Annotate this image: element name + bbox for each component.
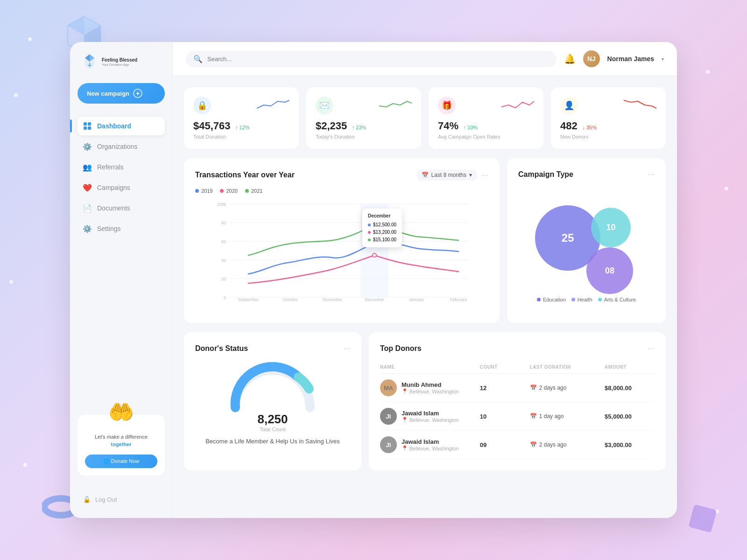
date-filter[interactable]: 📅 Last 8 months ▾ bbox=[417, 169, 477, 181]
venn-container: 25 10 08 Education bbox=[518, 187, 655, 312]
svg-text:80: 80 bbox=[221, 221, 226, 225]
app-tagline: Your Donation App bbox=[102, 63, 137, 66]
header: 🔍 🔔 NJ Norman James ▾ bbox=[173, 42, 677, 76]
svg-marker-2 bbox=[68, 16, 84, 35]
donor-avatar-2: JI bbox=[380, 408, 397, 425]
venn-legend-dot-arts bbox=[598, 298, 602, 301]
header-right: 🔔 NJ Norman James ▾ bbox=[564, 50, 664, 67]
logout-item[interactable]: 🔓 Log Out bbox=[78, 492, 165, 507]
main-content: 🔍 🔔 NJ Norman James ▾ 🔒 bbox=[173, 42, 677, 518]
total-donation-label: Total Donation bbox=[193, 134, 289, 140]
donor-info-3: JI Jawaid Islam 📍Bellevue, Washington bbox=[380, 436, 480, 453]
svg-rect-12 bbox=[88, 122, 91, 126]
sidebar-label-referrals: Referrals bbox=[97, 163, 124, 171]
new-donors-value: 482 bbox=[560, 120, 578, 132]
promo-card-wrapper: 🤲 Let's make a difference together 🌐 Don… bbox=[78, 415, 165, 485]
donors-table: NAME COUNT LAST DONATION AMOUNT MA Munib… bbox=[380, 361, 655, 459]
today-donation-icon: ✉️ bbox=[316, 97, 333, 114]
svg-text:40: 40 bbox=[221, 258, 226, 263]
chevron-icon: ▾ bbox=[469, 172, 472, 178]
sidebar-item-settings[interactable]: ⚙️ Settings bbox=[78, 219, 165, 238]
donor-location-1: 📍Bellevue, Washington bbox=[402, 388, 459, 394]
legend-dot-2020 bbox=[220, 189, 224, 193]
sidebar-label-organizations: Organizations bbox=[97, 143, 137, 150]
open-rates-chart bbox=[501, 97, 534, 111]
sidebar-item-documents[interactable]: 📄 Documents bbox=[78, 199, 165, 217]
legend-dot-2021 bbox=[245, 189, 249, 193]
app-name: Feeling Blessed bbox=[102, 57, 137, 63]
sidebar-nav: Dashboard ⚙️ Organizations 👥 Referrals ❤… bbox=[78, 117, 165, 240]
venn-circle-health: 08 bbox=[586, 247, 633, 294]
legend-2020: 2020 bbox=[220, 188, 237, 194]
donor-date-2: 📅1 day ago bbox=[530, 413, 605, 420]
sidebar-item-organizations[interactable]: ⚙️ Organizations bbox=[78, 137, 165, 156]
stat-cards: 🔒 $45,763 ↑ 12% Total Donation ✉️ bbox=[184, 87, 666, 149]
donor-status-count-label: Total Count bbox=[260, 427, 286, 432]
documents-icon: 📄 bbox=[83, 204, 92, 212]
svg-text:100k: 100k bbox=[217, 202, 226, 207]
donor-count-1: 12 bbox=[480, 385, 530, 392]
transactions-chart-card: Transactions Year over Year 📅 Last 8 mon… bbox=[184, 158, 500, 323]
top-donors-card: Top Donors ··· NAME COUNT LAST DONATION … bbox=[369, 332, 666, 470]
donor-row-3: JI Jawaid Islam 📍Bellevue, Washington 09… bbox=[380, 431, 655, 459]
donate-button[interactable]: 🌐 Donate Now bbox=[85, 455, 157, 468]
stat-card-today-donation: ✉️ $2,235 ↑ 23% Today's Donation bbox=[306, 87, 421, 149]
chevron-down-icon: ▾ bbox=[662, 56, 664, 62]
campaign-type-title: Campaign Type bbox=[518, 170, 573, 179]
donor-avatar-1: MA bbox=[380, 379, 397, 396]
hand-emoji: 🤲 bbox=[108, 400, 134, 424]
today-donation-change: ↑ 23% bbox=[352, 125, 366, 130]
sidebar-label-campaigns: Campaigns bbox=[97, 184, 130, 191]
donor-status-title: Donor's Status bbox=[195, 344, 248, 353]
user-name: Norman James bbox=[607, 55, 654, 63]
total-donation-change: ↑ 12% bbox=[235, 125, 250, 130]
bottom-row: Donor's Status ··· 8,250 T bbox=[184, 332, 666, 470]
chart-more-button[interactable]: ··· bbox=[481, 170, 488, 180]
svg-rect-11 bbox=[84, 122, 87, 126]
donor-amount-3: $3,000.00 bbox=[605, 441, 655, 448]
sidebar-label-documents: Documents bbox=[97, 204, 130, 212]
top-donors-title: Top Donors bbox=[380, 344, 422, 353]
top-donors-more-button[interactable]: ··· bbox=[648, 343, 655, 353]
open-rates-value: 74% bbox=[438, 120, 458, 132]
logo-icon bbox=[81, 53, 98, 70]
referrals-icon: 👥 bbox=[83, 163, 92, 171]
campaign-type-card: Campaign Type ··· 25 10 08 bbox=[507, 158, 666, 323]
legend-2021: 2021 bbox=[245, 188, 262, 194]
new-campaign-button[interactable]: New campaign + bbox=[78, 83, 165, 104]
donor-location-3: 📍Bellevue, Washington bbox=[402, 445, 459, 451]
notification-button[interactable]: 🔔 bbox=[564, 53, 576, 64]
stat-card-new-donors: 👤 482 ↓ 35% New Donors bbox=[551, 87, 666, 149]
charts-row: Transactions Year over Year 📅 Last 8 mon… bbox=[184, 158, 666, 323]
venn-legend-dot-education bbox=[537, 298, 541, 301]
new-donors-label: New Donors bbox=[560, 134, 656, 140]
sidebar-item-referrals[interactable]: 👥 Referrals bbox=[78, 158, 165, 176]
svg-point-35 bbox=[373, 253, 376, 257]
avatar: NJ bbox=[583, 50, 600, 67]
today-donation-value: $2,235 bbox=[316, 120, 347, 132]
donor-status-description: Become a Life Member & Help Us in Saving… bbox=[205, 438, 340, 445]
main-card: Feeling Blessed Your Donation App New ca… bbox=[70, 42, 677, 518]
campaign-more-button[interactable]: ··· bbox=[648, 169, 655, 179]
donor-avatar-3: JI bbox=[380, 436, 397, 453]
donor-status-more-button[interactable]: ··· bbox=[343, 343, 350, 353]
sidebar-item-dashboard[interactable]: Dashboard bbox=[78, 117, 165, 135]
chart-legend: 2019 2020 2021 bbox=[195, 188, 488, 194]
dashboard-area: 🔒 $45,763 ↑ 12% Total Donation ✉️ bbox=[173, 76, 677, 518]
donor-name-3: Jawaid Islam bbox=[402, 438, 459, 445]
stat-card-total-donation: 🔒 $45,763 ↑ 12% Total Donation bbox=[184, 87, 299, 149]
donor-count-2: 10 bbox=[480, 413, 530, 420]
col-amount: AMOUNT bbox=[605, 364, 655, 370]
donor-name-1: Munib Ahmed bbox=[402, 381, 459, 388]
search-input[interactable] bbox=[207, 56, 549, 63]
donor-date-1: 📅2 days ago bbox=[530, 385, 605, 391]
logo-area: Feeling Blessed Your Donation App bbox=[78, 53, 165, 70]
col-last-donation: LAST DONATION bbox=[530, 364, 605, 370]
venn-diagram: 25 10 08 bbox=[526, 196, 647, 289]
donor-amount-1: $8,000.00 bbox=[605, 385, 655, 392]
svg-text:60: 60 bbox=[221, 239, 226, 244]
svg-text:January: January bbox=[409, 297, 424, 302]
promo-text: Let's make a difference together bbox=[85, 434, 157, 448]
settings-icon: ⚙️ bbox=[83, 224, 92, 233]
sidebar-item-campaigns[interactable]: ❤️ Campaigns bbox=[78, 178, 165, 197]
